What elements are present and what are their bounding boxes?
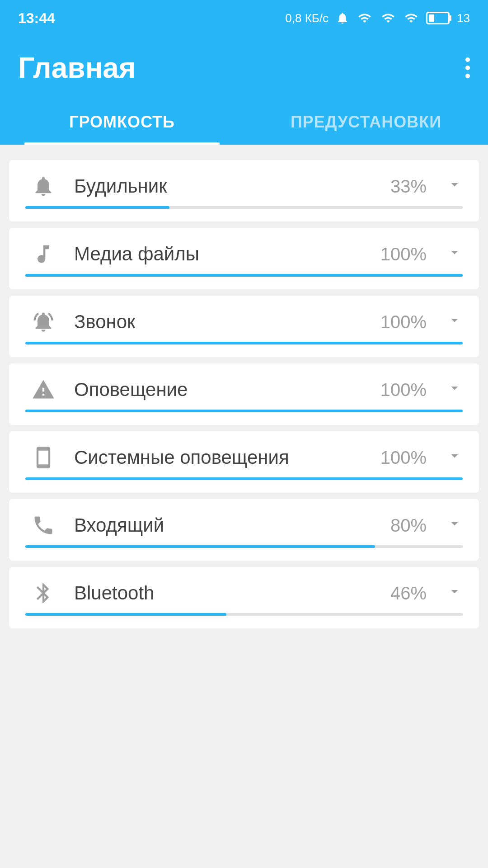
status-right: 0,8 КБ/с 13	[285, 11, 470, 25]
media-progress-fill	[25, 274, 463, 277]
system-chevron[interactable]	[446, 448, 463, 468]
wifi-icon	[404, 11, 419, 25]
status-time: 13:44	[18, 10, 55, 27]
volume-item-system[interactable]: Системные оповещения 100%	[9, 431, 479, 493]
alarm-chevron[interactable]	[446, 176, 463, 197]
menu-dot-1	[465, 57, 470, 62]
call-icon	[25, 514, 61, 537]
ringtone-percent: 100%	[377, 312, 427, 332]
tabs-bar: ГРОМКОСТЬ ПРЕДУСТАНОВКИ	[0, 99, 488, 145]
ringtone-chevron[interactable]	[446, 312, 463, 332]
system-progress-track	[25, 477, 463, 480]
bluetooth-chevron[interactable]	[446, 583, 463, 604]
battery-fill	[429, 14, 434, 22]
volume-item-media[interactable]: Медиа файлы 100%	[9, 228, 479, 289]
incoming-progress-track	[25, 545, 463, 548]
notification-progress-fill	[25, 410, 463, 412]
volume-item-bluetooth[interactable]: Bluetooth 46%	[9, 567, 479, 628]
incoming-progress-fill	[25, 545, 375, 548]
notification-percent: 100%	[377, 380, 427, 400]
incoming-label: Входящий	[74, 514, 364, 536]
incoming-percent: 80%	[377, 515, 427, 536]
signal2-icon	[380, 11, 396, 25]
ringtone-progress-track	[25, 342, 463, 344]
volume-item-notification[interactable]: Оповещение 100%	[9, 363, 479, 425]
notification-label: Оповещение	[74, 379, 364, 401]
alarm-progress-track	[25, 206, 463, 209]
media-label: Медиа файлы	[74, 243, 364, 265]
music-icon	[25, 242, 61, 266]
battery-icon	[426, 12, 450, 24]
volume-content: Будильник 33% Медиа файлы 100%	[0, 145, 488, 644]
menu-dot-2	[465, 66, 470, 70]
warning-icon	[25, 378, 61, 401]
media-progress-track	[25, 274, 463, 277]
media-percent: 100%	[377, 244, 427, 264]
bluetooth-percent: 46%	[377, 583, 427, 604]
bluetooth-icon	[25, 581, 61, 605]
ringtone-progress-fill	[25, 342, 463, 344]
alarm-label: Будильник	[74, 175, 364, 197]
ringtone-label: Звонок	[74, 311, 364, 333]
bell-icon	[25, 310, 61, 334]
battery-percent: 13	[457, 11, 470, 25]
media-chevron[interactable]	[446, 244, 463, 264]
tab-volume[interactable]: ГРОМКОСТЬ	[0, 99, 244, 145]
volume-item-incoming[interactable]: Входящий 80%	[9, 499, 479, 561]
system-progress-fill	[25, 477, 463, 480]
app-title: Главная	[18, 51, 136, 85]
notification-progress-track	[25, 410, 463, 412]
volume-item-alarm[interactable]: Будильник 33%	[9, 160, 479, 222]
volume-item-ringtone[interactable]: Звонок 100%	[9, 296, 479, 357]
system-label: Системные оповещения	[74, 447, 364, 468]
notification-chevron[interactable]	[446, 380, 463, 400]
bluetooth-label: Bluetooth	[74, 582, 364, 604]
alarm-percent: 33%	[377, 176, 427, 197]
menu-dot-3	[465, 74, 470, 78]
bluetooth-progress-fill	[25, 613, 226, 616]
signal1-icon	[357, 11, 373, 25]
tab-presets[interactable]: ПРЕДУСТАНОВКИ	[244, 99, 488, 145]
alarm-icon	[25, 175, 61, 198]
incoming-chevron[interactable]	[446, 515, 463, 536]
overflow-menu-button[interactable]	[465, 57, 470, 78]
alarm-status-icon	[336, 11, 349, 25]
alarm-progress-fill	[25, 206, 169, 209]
bluetooth-progress-track	[25, 613, 463, 616]
status-speed: 0,8 КБ/с	[285, 11, 328, 25]
phone-icon	[25, 446, 61, 469]
system-percent: 100%	[377, 448, 427, 468]
app-bar: Главная	[0, 36, 488, 99]
status-bar: 13:44 0,8 КБ/с	[0, 0, 488, 36]
